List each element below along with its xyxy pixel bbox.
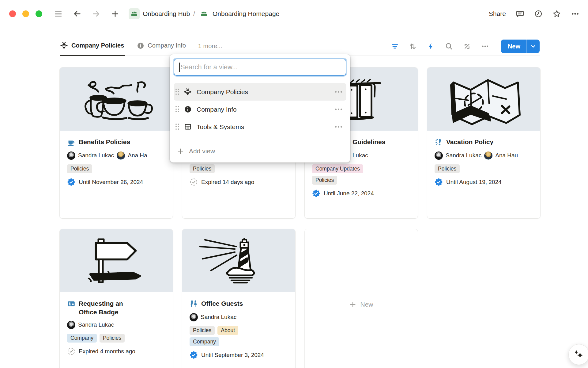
more-ellipsis-icon[interactable] xyxy=(481,42,489,50)
tag-company: Company xyxy=(190,337,219,346)
verified-badge-icon xyxy=(435,178,443,186)
new-page-icon[interactable] xyxy=(111,10,119,18)
card-requesting-office-badge[interactable]: Requesting an Office Badge Sandra Lukac … xyxy=(59,229,173,368)
expired-check-icon xyxy=(190,178,198,186)
plus-icon xyxy=(349,301,356,308)
drag-handle-icon[interactable] xyxy=(175,106,179,113)
avatar-sandra-lukac xyxy=(67,321,75,329)
tab-company-info[interactable]: Company Info xyxy=(137,37,187,56)
tag-policies: Policies xyxy=(100,334,125,343)
card-status: Expired 14 days ago xyxy=(201,179,254,186)
bee-icon xyxy=(60,42,68,50)
tag-policies: Policies xyxy=(67,164,92,173)
breadcrumb: Onboarding Hub / Onboarding Homepage xyxy=(129,8,279,19)
card-title: Requesting an Office Badge xyxy=(79,299,129,316)
card-status: Until November 26, 2024 xyxy=(79,179,143,186)
tab-company-policies[interactable]: Company Policies xyxy=(60,37,125,56)
more-ellipsis-icon[interactable] xyxy=(571,10,579,18)
drag-handle-icon[interactable] xyxy=(175,124,179,130)
tag-company-updates: Company Updates xyxy=(312,164,363,173)
card-title: Guidelines xyxy=(352,138,385,146)
menu-icon[interactable] xyxy=(54,10,62,18)
view-options-icon[interactable] xyxy=(334,90,343,94)
drag-handle-icon[interactable] xyxy=(175,89,179,95)
view-options-icon[interactable] xyxy=(334,107,343,111)
author-name: Sandra Lukac xyxy=(78,152,114,159)
avatar-sandra-lukac xyxy=(435,151,443,160)
forward-arrow-icon[interactable] xyxy=(92,10,100,18)
card-status: Until June 22, 2024 xyxy=(324,190,374,197)
view-switcher-dropdown: Search for a view... Company Policies Co… xyxy=(170,54,350,163)
verified-badge-icon xyxy=(312,189,320,197)
back-arrow-icon[interactable] xyxy=(73,10,81,18)
card-vacation-policy[interactable]: Vacation Policy Sandra Lukac Ana Hau Pol… xyxy=(427,67,541,219)
share-button[interactable]: Share xyxy=(489,10,506,17)
verified-badge-icon xyxy=(67,178,75,186)
author-name: Sandra Lukac xyxy=(446,152,481,159)
sparkles-icon xyxy=(572,348,585,361)
verified-badge-icon xyxy=(190,351,198,359)
empty-cell xyxy=(427,229,541,368)
view-item-company-info[interactable]: Company Info xyxy=(174,101,346,118)
text-caret xyxy=(179,63,180,72)
add-view-label: Add view xyxy=(189,148,215,155)
two-people-icon xyxy=(190,300,198,308)
table-icon xyxy=(184,123,192,131)
new-card-label: New xyxy=(360,301,373,308)
zoom-window-button[interactable] xyxy=(36,10,42,17)
card-status: Until September 3, 2024 xyxy=(201,352,264,358)
view-options-icon[interactable] xyxy=(334,125,343,129)
view-label: Tools & Systems xyxy=(197,123,333,131)
card-cover-folded-map-doodle xyxy=(427,67,540,131)
expired-check-icon xyxy=(67,347,75,355)
history-clock-icon[interactable] xyxy=(534,10,543,18)
card-title: Vacation Policy xyxy=(446,138,493,146)
comment-icon[interactable] xyxy=(516,10,524,18)
card-office-guests[interactable]: Office Guests Sandra Lukac Policies Abou… xyxy=(182,229,296,368)
close-window-button[interactable] xyxy=(9,10,16,17)
search-icon[interactable] xyxy=(445,42,453,50)
sort-icon[interactable] xyxy=(409,42,417,50)
new-button[interactable]: New xyxy=(501,40,540,53)
chevron-down-icon[interactable] xyxy=(527,40,540,53)
avatar-ana xyxy=(484,151,492,160)
avatar-sandra-lukac xyxy=(190,313,198,321)
tag-policies: Policies xyxy=(190,164,215,173)
window-controls xyxy=(9,10,42,17)
view-item-tools-systems[interactable]: Tools & Systems xyxy=(174,118,346,136)
card-authors: Sandra Lukac xyxy=(190,312,295,322)
breadcrumb-item-homepage[interactable]: Onboarding Homepage xyxy=(198,8,279,19)
view-label: Company Info xyxy=(197,106,333,113)
ai-sparkle-button[interactable] xyxy=(568,344,588,365)
expand-icon[interactable] xyxy=(463,42,471,50)
zap-icon[interactable] xyxy=(427,42,435,50)
card-authors: Sandra Lukac xyxy=(67,320,173,329)
view-label: Company Policies xyxy=(197,88,333,96)
minimize-window-button[interactable] xyxy=(22,10,29,17)
card-authors: Sandra Lukac Ana Hau xyxy=(435,151,540,160)
breadcrumb-label: Onboarding Hub xyxy=(143,10,190,17)
view-item-company-policies[interactable]: Company Policies xyxy=(174,83,346,101)
card-status: Until August 19, 2024 xyxy=(446,179,502,186)
author-name: Ana Hau xyxy=(495,152,518,159)
card-authors: Sandra Lukac Ana Ha xyxy=(67,151,173,160)
add-view-button[interactable]: Add view xyxy=(174,143,346,159)
view-search-input[interactable]: Search for a view... xyxy=(174,59,346,76)
coffee-cup-icon xyxy=(67,138,75,146)
avatar-ana xyxy=(117,151,125,160)
card-benefits-policies[interactable]: Benefits Policies Sandra Lukac Ana Ha Po… xyxy=(59,67,173,219)
author-name: Sandra Lukac xyxy=(201,314,236,320)
filter-icon[interactable] xyxy=(391,42,399,50)
tag-policies: Policies xyxy=(435,164,460,173)
tag-about: About xyxy=(217,326,238,335)
new-card-button[interactable]: New xyxy=(304,229,418,368)
card-cover-coffee-mugs-doodle xyxy=(60,67,173,131)
star-icon[interactable] xyxy=(552,10,561,18)
card-title: Benefits Policies xyxy=(79,138,130,146)
more-views-button[interactable]: 1 more... xyxy=(198,37,222,56)
author-name: Ana Ha xyxy=(128,152,147,159)
breadcrumb-item-hub[interactable]: Onboarding Hub xyxy=(129,8,190,19)
author-name: Lukac xyxy=(352,152,368,159)
card-cover-lighthouse-doodle xyxy=(182,229,295,292)
card-cover-signpost-doodle xyxy=(60,229,173,292)
